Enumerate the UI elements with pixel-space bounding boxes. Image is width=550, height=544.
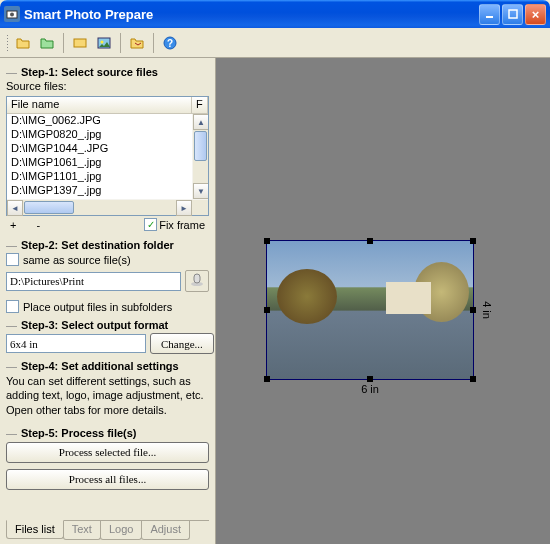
svg-point-1 (10, 13, 14, 17)
svg-rect-3 (509, 10, 517, 18)
help-icon[interactable]: ? (160, 33, 180, 53)
column-filename[interactable]: File name (7, 97, 192, 113)
picture-icon[interactable] (94, 33, 114, 53)
height-dimension-label: 4 in (481, 301, 493, 319)
resize-handle[interactable] (264, 376, 270, 382)
bottom-tabs: Files list Text Logo Adjust (6, 520, 209, 540)
maximize-button[interactable] (502, 4, 523, 25)
vertical-scrollbar[interactable]: ▲ ▼ (192, 114, 208, 199)
subfolders-label: Place output files in subfolders (23, 301, 172, 313)
tab-files-list[interactable]: Files list (6, 520, 64, 539)
process-selected-button[interactable]: Process selected file... (6, 442, 209, 463)
list-item[interactable]: D:\IMGP1044_.JPG (7, 142, 192, 156)
source-files-label: Source files: (6, 80, 209, 92)
fix-frame-label[interactable]: ✓ Fix frame (144, 218, 205, 231)
file-rows[interactable]: D:\IMG_0062.JPG D:\IMGP0820_.jpg D:\IMGP… (7, 114, 192, 199)
resize-handle[interactable] (470, 238, 476, 244)
sidebar: Step-1: Select source files Source files… (0, 58, 216, 544)
fix-frame-checkbox[interactable]: ✓ (144, 218, 157, 231)
resize-handle[interactable] (470, 307, 476, 313)
scroll-thumb[interactable] (194, 131, 207, 161)
remove-file-button[interactable]: - (36, 219, 40, 231)
tab-adjust[interactable]: Adjust (141, 521, 190, 540)
step4-note: You can set different settings, such as … (6, 374, 209, 417)
same-as-source-checkbox[interactable] (6, 253, 19, 266)
step2-title: Step-2: Set destination folder (6, 239, 209, 251)
format-input[interactable] (6, 334, 146, 353)
app-icon (4, 6, 20, 22)
list-item[interactable]: D:\IMGP1397_.jpg (7, 184, 192, 198)
column-f[interactable]: F (192, 97, 208, 113)
scroll-right-icon[interactable]: ► (176, 200, 192, 216)
resize-handle[interactable] (470, 376, 476, 382)
file-list: File name F D:\IMG_0062.JPG D:\IMGP0820_… (6, 96, 209, 216)
svg-rect-2 (486, 16, 493, 18)
mail-icon[interactable] (127, 33, 147, 53)
resize-handle[interactable] (367, 238, 373, 244)
add-folder-icon[interactable] (37, 33, 57, 53)
list-item[interactable]: D:\IMGP0820_.jpg (7, 128, 192, 142)
scroll-left-icon[interactable]: ◄ (7, 200, 23, 216)
resize-handle[interactable] (367, 376, 373, 382)
scroll-up-icon[interactable]: ▲ (193, 114, 208, 130)
svg-point-6 (101, 40, 104, 43)
open-folder-icon[interactable] (13, 33, 33, 53)
window-title: Smart Photo Prepare (24, 7, 153, 22)
list-item[interactable]: D:\IMGP1061_.jpg (7, 156, 192, 170)
svg-text:?: ? (167, 38, 173, 49)
step4-title: Step-4: Set additional settings (6, 360, 209, 372)
list-item[interactable]: D:\IMG_0062.JPG (7, 114, 192, 128)
resize-handle[interactable] (264, 238, 270, 244)
list-item[interactable]: D:\IMGP1101_.jpg (7, 170, 192, 184)
tab-logo[interactable]: Logo (100, 521, 142, 540)
toolbar-grip (6, 34, 9, 52)
resize-handle[interactable] (264, 307, 270, 313)
subfolders-checkbox[interactable] (6, 300, 19, 313)
titlebar: Smart Photo Prepare × (0, 0, 550, 28)
minimize-button[interactable] (479, 4, 500, 25)
process-all-button[interactable]: Process all files... (6, 469, 209, 490)
destination-path-input[interactable] (6, 272, 181, 291)
tab-text[interactable]: Text (63, 521, 101, 540)
change-format-button[interactable]: Change... (150, 333, 214, 354)
horizontal-scrollbar[interactable]: ◄ ► (7, 199, 208, 215)
preview-image (267, 241, 473, 379)
step3-title: Step-3: Select output format (6, 319, 209, 331)
same-as-source-label: same as source file(s) (23, 254, 131, 266)
width-dimension-label: 6 in (361, 383, 379, 395)
toolbar: ? (0, 28, 550, 58)
scroll-thumb-h[interactable] (24, 201, 74, 214)
browse-folder-button[interactable] (185, 270, 209, 292)
scroll-down-icon[interactable]: ▼ (193, 183, 208, 199)
svg-rect-4 (74, 39, 86, 47)
card-icon[interactable] (70, 33, 90, 53)
close-button[interactable]: × (525, 4, 546, 25)
preview-area: 4 in 6 in (216, 58, 550, 544)
step5-title: Step-5: Process file(s) (6, 427, 209, 439)
crop-frame[interactable]: 4 in 6 in (266, 240, 474, 380)
step1-title: Step-1: Select source files (6, 66, 209, 78)
add-file-button[interactable]: + (10, 219, 16, 231)
file-list-header: File name F (7, 97, 208, 114)
